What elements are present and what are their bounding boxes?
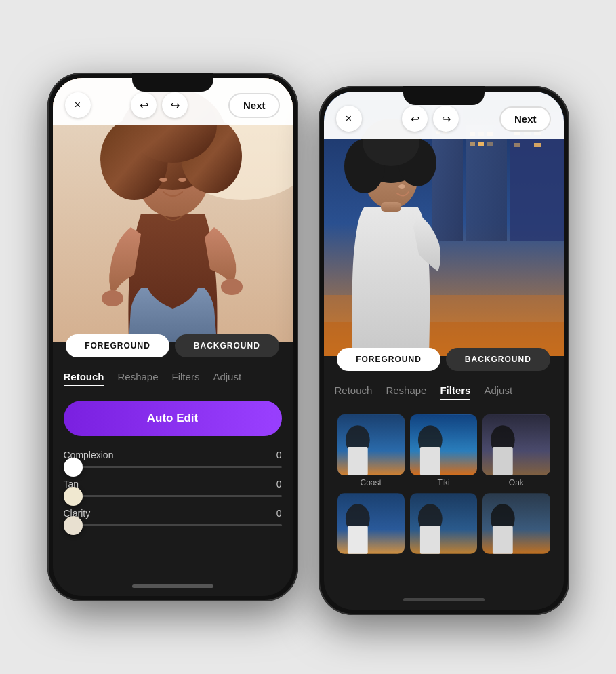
tab-reshape-1[interactable]: Reshape <box>118 368 159 386</box>
tab-adjust-1[interactable]: Adjust <box>213 368 241 386</box>
complexion-thumb[interactable] <box>64 458 83 477</box>
tan-slider-section: Tan 0 <box>64 479 282 497</box>
svg-rect-65 <box>493 526 513 554</box>
tab-adjust-2[interactable]: Adjust <box>484 382 512 400</box>
svg-point-10 <box>159 178 167 182</box>
history-controls-2: ↩ ↪ <box>402 106 459 132</box>
next-button-1[interactable]: Next <box>228 93 281 118</box>
svg-rect-47 <box>381 202 401 212</box>
filter-5[interactable] <box>410 493 477 557</box>
filter-thumb-oak <box>482 414 550 475</box>
filter-thumb-tiki <box>410 414 477 475</box>
notch-2 <box>403 86 485 105</box>
filter-6[interactable] <box>482 493 550 557</box>
filter-tiki-label: Tiki <box>410 478 477 488</box>
clarity-value: 0 <box>276 508 282 519</box>
auto-edit-button[interactable]: Auto Edit <box>64 401 282 436</box>
complexion-slider-section: Complexion 0 <box>64 450 282 468</box>
phone-2: × ↩ ↪ Next <box>319 86 569 615</box>
tan-thumb[interactable] <box>64 487 83 506</box>
tab-reshape-2[interactable]: Reshape <box>386 382 426 400</box>
svg-rect-28 <box>478 142 484 146</box>
foreground-btn-2[interactable]: FOREGROUND <box>337 348 440 371</box>
svg-rect-50 <box>347 447 367 475</box>
clarity-thumb[interactable] <box>64 516 83 535</box>
svg-rect-37 <box>514 143 520 147</box>
home-indicator-1 <box>132 584 213 588</box>
panel-retouch-1: Auto Edit Complexion 0 Tan 0 <box>53 390 293 596</box>
redo-button-2[interactable]: ↪ <box>433 106 459 132</box>
filter-coast[interactable]: Coast <box>337 414 405 488</box>
svg-rect-38 <box>534 143 541 147</box>
tan-track[interactable] <box>64 495 282 497</box>
close-button-2[interactable]: × <box>336 106 362 132</box>
close-button-1[interactable]: × <box>65 92 91 118</box>
svg-rect-62 <box>420 526 440 554</box>
tab-filters-2[interactable]: Filters <box>440 382 470 400</box>
screen-1: × ↩ ↪ Next <box>53 78 293 596</box>
screen-2: × ↩ ↪ Next <box>324 92 564 610</box>
filter-thumb-6 <box>482 493 550 554</box>
filter-5-preview <box>410 493 477 554</box>
filters-grid: Coast <box>335 414 553 557</box>
clarity-track[interactable] <box>64 524 282 526</box>
scene: × ↩ ↪ Next <box>0 0 616 674</box>
tab-retouch-1[interactable]: Retouch <box>64 368 104 386</box>
next-button-2[interactable]: Next <box>499 106 552 132</box>
filter-oak-preview <box>482 414 550 475</box>
undo-button-1[interactable]: ↩ <box>131 92 157 118</box>
filter-coast-preview <box>337 414 405 475</box>
svg-point-2 <box>102 290 123 306</box>
tan-value: 0 <box>276 479 282 490</box>
filter-thumb-5 <box>410 493 477 554</box>
filter-tiki-preview <box>410 414 477 475</box>
undo-button-2[interactable]: ↩ <box>402 106 428 132</box>
tabs-1: Retouch Reshape Filters Adjust <box>53 363 293 392</box>
background-btn-2[interactable]: BACKGROUND <box>446 348 550 371</box>
filter-thumb-4 <box>337 493 405 554</box>
history-controls-1: ↩ ↪ <box>131 92 188 118</box>
phone-1: × ↩ ↪ Next <box>47 73 298 601</box>
panel-filters-2: Coast <box>324 403 564 610</box>
svg-rect-59 <box>347 526 367 554</box>
background-btn-1[interactable]: BACKGROUND <box>175 334 279 357</box>
tabs-2: Retouch Reshape Filters Adjust <box>324 376 564 405</box>
svg-rect-27 <box>470 142 475 146</box>
svg-point-3 <box>221 279 243 295</box>
foreground-btn-1[interactable]: FOREGROUND <box>66 334 169 357</box>
complexion-value: 0 <box>276 450 282 460</box>
home-indicator-2 <box>403 598 485 601</box>
segment-bar-2: FOREGROUND BACKGROUND <box>324 342 564 376</box>
clarity-slider-section: Clarity 0 <box>64 508 282 526</box>
filter-oak[interactable]: Oak <box>482 414 550 488</box>
filter-4-preview <box>337 493 405 554</box>
filter-4[interactable] <box>337 493 405 557</box>
filter-6-preview <box>482 493 550 554</box>
complexion-track[interactable] <box>64 466 282 468</box>
svg-point-11 <box>178 178 186 182</box>
filter-tiki[interactable]: Tiki <box>410 414 477 488</box>
filter-oak-label: Oak <box>482 478 550 488</box>
svg-rect-56 <box>493 447 513 475</box>
filter-thumb-coast <box>337 414 405 475</box>
tab-retouch-2[interactable]: Retouch <box>335 382 373 400</box>
segment-bar-1: FOREGROUND BACKGROUND <box>53 329 293 363</box>
svg-point-46 <box>398 184 405 189</box>
filter-coast-label: Coast <box>337 478 405 488</box>
svg-rect-53 <box>420 447 440 475</box>
redo-button-1[interactable]: ↪ <box>162 92 188 118</box>
tab-filters-1[interactable]: Filters <box>172 368 200 386</box>
svg-rect-29 <box>487 142 493 146</box>
notch-1 <box>132 73 213 92</box>
